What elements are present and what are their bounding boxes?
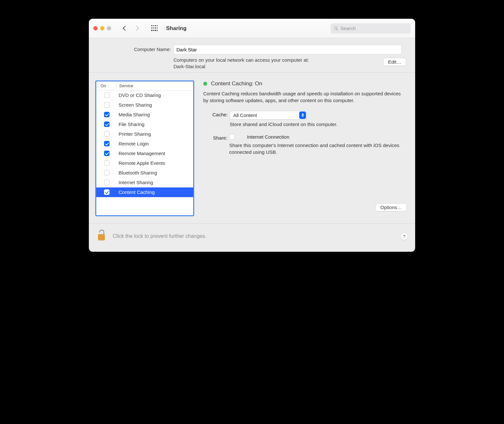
service-label: File Sharing (119, 122, 144, 127)
service-row[interactable]: File Sharing (96, 120, 193, 129)
cache-label: Cache: (203, 111, 228, 127)
edit-hostname-button[interactable]: Edit… (383, 58, 406, 66)
service-checkbox[interactable] (104, 170, 110, 175)
window-controls (93, 26, 111, 30)
service-row[interactable]: Media Sharing (96, 110, 193, 120)
services-list[interactable]: On Service DVD or CD SharingScreen Shari… (95, 80, 194, 216)
service-label: Remote Apple Events (119, 160, 165, 166)
forward-button (134, 26, 139, 31)
service-row[interactable]: Bluetooth Sharing (96, 168, 193, 178)
cache-select-value: All Content (233, 112, 257, 118)
service-checkbox[interactable] (104, 160, 110, 166)
close-window-button[interactable] (93, 26, 98, 30)
cache-hint: Store shared and iCloud content on this … (230, 122, 338, 127)
search-input[interactable] (341, 26, 407, 31)
service-label: Internet Sharing (119, 180, 153, 185)
share-internet-checkbox[interactable] (229, 134, 235, 140)
service-label: Printer Sharing (119, 131, 151, 137)
service-checkbox[interactable] (104, 92, 110, 98)
minimize-window-button[interactable] (100, 26, 104, 30)
service-checkbox[interactable] (104, 131, 110, 137)
service-checkbox[interactable] (104, 141, 110, 146)
service-checkbox[interactable] (104, 189, 110, 195)
footer: Click the lock to prevent further change… (89, 224, 415, 252)
service-checkbox[interactable] (104, 180, 110, 185)
service-label: Media Sharing (119, 112, 150, 117)
service-row[interactable]: DVD or CD Sharing (96, 90, 193, 100)
services-header: On Service (96, 81, 193, 90)
service-row[interactable]: Internet Sharing (96, 178, 193, 187)
service-checkbox[interactable] (104, 122, 110, 127)
titlebar: Sharing (89, 19, 415, 38)
service-row[interactable]: Content Caching (96, 187, 193, 197)
main-content: On Service DVD or CD SharingScreen Shari… (89, 73, 415, 224)
service-row[interactable]: Screen Sharing (96, 100, 193, 110)
computer-name-label: Computer Name: (98, 45, 171, 66)
search-icon (334, 26, 339, 31)
service-description: Content Caching reduces bandwidth usage … (203, 90, 407, 104)
share-internet-label: Internet Connection (247, 134, 289, 140)
service-row[interactable]: Remote Management (96, 149, 193, 158)
share-label: Share: (203, 134, 227, 155)
service-label: Bluetooth Sharing (119, 170, 157, 175)
pane-title: Sharing (166, 25, 186, 32)
service-detail-panel: Content Caching: On Content Caching redu… (203, 80, 409, 216)
column-on: On (99, 83, 117, 88)
computer-name-section: Computer Name: Computers on your local n… (89, 38, 415, 73)
service-row[interactable]: Remote Apple Events (96, 158, 193, 168)
help-button[interactable]: ? (400, 232, 408, 240)
search-field[interactable] (331, 23, 411, 34)
lock-text: Click the lock to prevent further change… (113, 233, 206, 239)
lock-icon[interactable] (96, 229, 107, 243)
service-row[interactable]: Remote Login (96, 139, 193, 149)
zoom-window-button (107, 26, 111, 30)
preferences-window: Sharing Computer Name: Computers on your… (89, 19, 415, 252)
computer-name-input[interactable] (173, 45, 402, 54)
service-checkbox[interactable] (104, 102, 110, 108)
service-label: Remote Login (119, 141, 149, 146)
back-button[interactable] (123, 26, 128, 31)
select-stepper-icon (299, 111, 306, 119)
service-label: Content Caching (119, 189, 155, 195)
show-all-icon[interactable] (151, 25, 158, 32)
service-label: DVD or CD Sharing (119, 92, 161, 98)
status-title: Content Caching: On (211, 80, 262, 87)
options-button[interactable]: Options… (375, 203, 407, 211)
nav-buttons (123, 26, 138, 30)
share-hint: Share this computer's Internet connectio… (229, 142, 407, 155)
service-label: Screen Sharing (119, 102, 152, 108)
cache-select[interactable]: All Content (230, 111, 307, 120)
column-service: Service (117, 83, 133, 88)
service-row[interactable]: Printer Sharing (96, 129, 193, 139)
service-label: Remote Management (119, 151, 165, 156)
service-checkbox[interactable] (104, 112, 110, 117)
service-checkbox[interactable] (104, 151, 110, 156)
status-indicator-icon (203, 82, 207, 86)
